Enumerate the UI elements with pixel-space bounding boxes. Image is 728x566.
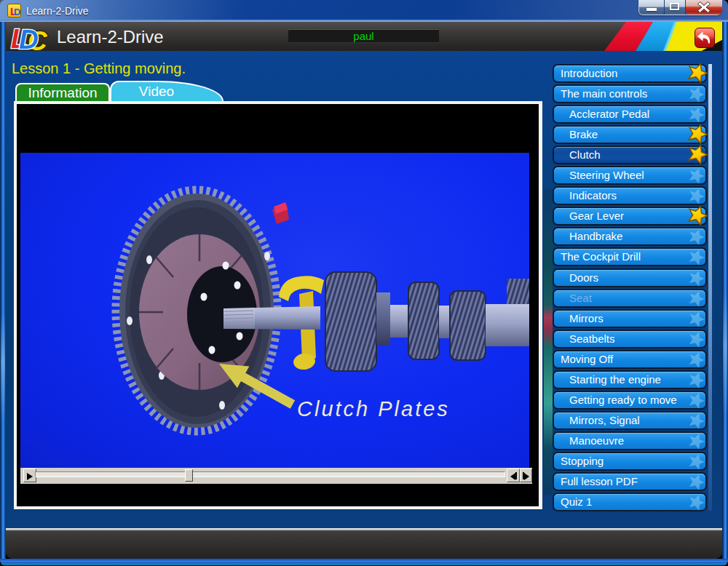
svg-text:Clutch Plates: Clutch Plates <box>297 397 450 420</box>
svg-text:D: D <box>19 25 39 51</box>
